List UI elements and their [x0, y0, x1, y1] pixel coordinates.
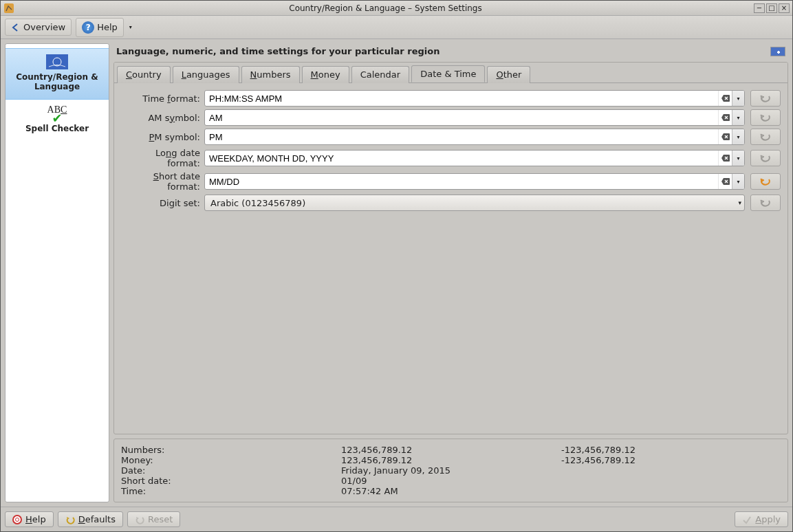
apply-button-label-mn: A — [755, 514, 761, 524]
apply-button[interactable]: Apply — [735, 511, 788, 527]
preview-value: 07:57:42 AM — [341, 486, 561, 496]
input-short-date-format[interactable] — [205, 175, 718, 188]
help-label: Help — [97, 22, 118, 32]
help-dropdown-arrow-icon[interactable]: ▾ — [129, 24, 132, 30]
preview-label: Numbers: — [121, 445, 341, 455]
preview-value: 01/09 — [341, 476, 561, 486]
tab-money[interactable]: Money — [302, 66, 349, 83]
tab-calendar[interactable]: Calendar — [351, 66, 409, 83]
main-area: Country/Region & Language ABC ✔ Spell Ch… — [1, 39, 792, 507]
form-row-pm-symbol: PM symbol:▾ — [121, 129, 781, 145]
label-am-symbol: AM symbol: — [121, 113, 200, 123]
chevron-down-icon[interactable]: ▾ — [732, 129, 744, 144]
preview-label: Short date: — [121, 476, 341, 486]
revert-button-long-date-format[interactable] — [750, 150, 781, 166]
preview-row: Short date:01/09 — [121, 476, 781, 486]
form-row-am-symbol: AM symbol:▾ — [121, 109, 781, 126]
maximize-button[interactable]: □ — [766, 3, 777, 13]
clear-icon[interactable] — [718, 129, 732, 144]
preview-label: Money: — [121, 455, 341, 465]
help-ring-icon — [12, 515, 22, 524]
preview-value: Friday, January 09, 2015 — [341, 465, 561, 476]
preview-value-2 — [561, 476, 781, 486]
titlebar[interactable]: Country/Region & Language – System Setti… — [1, 1, 792, 16]
form-row-short-date-format: Short date format:▾ — [121, 171, 781, 192]
help-button-label-rest: elp — [32, 514, 46, 524]
close-button[interactable]: × — [779, 3, 790, 13]
preview-value: 123,456,789.12 — [341, 445, 561, 455]
undo-icon — [759, 132, 772, 142]
window-title: Country/Region & Language – System Setti… — [17, 3, 754, 13]
tab-content-date-time: Time format:▾AM symbol:▾PM symbol:▾Long … — [114, 82, 787, 434]
tab-container: CountryLanguagesNumbersMoneyCalendarDate… — [113, 62, 788, 434]
preview-label: Time: — [121, 486, 341, 496]
defaults-button[interactable]: Defaults — [58, 511, 123, 527]
clear-icon[interactable] — [718, 91, 732, 106]
tab-languages[interactable]: Languages — [173, 66, 239, 83]
tab-other[interactable]: Other — [487, 66, 530, 83]
svg-rect-0 — [4, 3, 14, 13]
combo-time-format[interactable]: ▾ — [204, 90, 745, 107]
reset-button[interactable]: Reset — [127, 511, 180, 527]
help-dropdown-button[interactable]: ? Help — [76, 18, 124, 37]
minimize-button[interactable]: − — [754, 3, 765, 13]
overview-button[interactable]: Overview — [5, 19, 72, 36]
clear-icon[interactable] — [718, 151, 732, 166]
sidebar-item-country-region-language[interactable]: Country/Region & Language — [6, 48, 109, 100]
revert-button-pm-symbol[interactable] — [750, 129, 781, 145]
chevron-down-icon[interactable]: ▾ — [732, 174, 744, 189]
sidebar-item-label: Country/Region & Language — [8, 72, 106, 92]
defaults-button-label-mn: D — [78, 514, 85, 524]
preview-value-2 — [561, 465, 781, 476]
preview-row: Money: 123,456,789.12-123,456,789.12 — [121, 455, 781, 465]
preview-panel: Numbers:123,456,789.12-123,456,789.12Mon… — [113, 439, 788, 502]
apply-button-label-rest: pply — [761, 514, 781, 524]
clear-icon[interactable] — [718, 110, 732, 125]
preview-value-2: -123,456,789.12 — [561, 445, 781, 455]
preview-label: Date: — [121, 465, 341, 476]
preview-value-2: -123,456,789.12 — [561, 455, 781, 465]
combo-am-symbol[interactable]: ▾ — [204, 109, 745, 126]
input-time-format[interactable] — [205, 92, 718, 105]
sidebar-item-spell-checker[interactable]: ABC ✔ Spell Checker — [6, 100, 109, 140]
input-am-symbol[interactable] — [205, 111, 718, 124]
combo-pm-symbol[interactable]: ▾ — [204, 129, 745, 145]
undo-icon — [65, 515, 75, 524]
preview-row: Numbers:123,456,789.12-123,456,789.12 — [121, 445, 781, 455]
combo-long-date-format[interactable]: ▾ — [204, 150, 745, 166]
tab-country[interactable]: Country — [117, 66, 171, 83]
app-icon — [3, 3, 14, 14]
defaults-button-label-rest: efaults — [85, 514, 116, 524]
revert-button-short-date-format[interactable] — [750, 173, 781, 190]
revert-button-am-symbol[interactable] — [750, 109, 781, 126]
combo-short-date-format[interactable]: ▾ — [204, 173, 745, 190]
reset-button-label: Reset — [148, 514, 173, 524]
chevron-down-icon[interactable]: ▾ — [732, 151, 744, 166]
tab-date-time[interactable]: Date & Time — [411, 65, 485, 82]
chevron-down-icon[interactable]: ▾ — [732, 91, 744, 106]
window-controls: − □ × — [754, 3, 790, 13]
select-digit-set[interactable]: Arabic (0123456789)▾ — [204, 195, 745, 211]
preview-row: Date:Friday, January 09, 2015 — [121, 465, 781, 476]
revert-button-digit-set[interactable] — [750, 195, 781, 211]
tab-numbers[interactable]: Numbers — [241, 66, 300, 83]
input-long-date-format[interactable] — [205, 152, 718, 165]
page-title: Language, numeric, and time settings for… — [116, 46, 770, 56]
input-pm-symbol[interactable] — [205, 131, 718, 144]
preview-value-2 — [561, 486, 781, 496]
form-row-long-date-format: Long date format:▾ — [121, 148, 781, 168]
undo-icon — [135, 515, 144, 524]
revert-button-time-format[interactable] — [750, 90, 781, 107]
chevron-down-icon[interactable]: ▾ — [732, 110, 744, 125]
sidebar[interactable]: Country/Region & Language ABC ✔ Spell Ch… — [5, 43, 109, 502]
clear-icon[interactable] — [718, 174, 732, 189]
label-pm-symbol: PM symbol: — [121, 132, 200, 142]
undo-icon — [759, 93, 772, 103]
sidebar-item-label: Spell Checker — [8, 124, 106, 133]
help-button[interactable]: Help — [5, 511, 54, 527]
tabbar: CountryLanguagesNumbersMoneyCalendarDate… — [114, 63, 787, 82]
page-header: Language, numeric, and time settings for… — [113, 43, 788, 62]
label-digit-set: Digit set: — [121, 198, 200, 208]
bottombar: Help Defaults Reset Apply — [1, 507, 792, 531]
chevron-down-icon: ▾ — [738, 199, 741, 206]
